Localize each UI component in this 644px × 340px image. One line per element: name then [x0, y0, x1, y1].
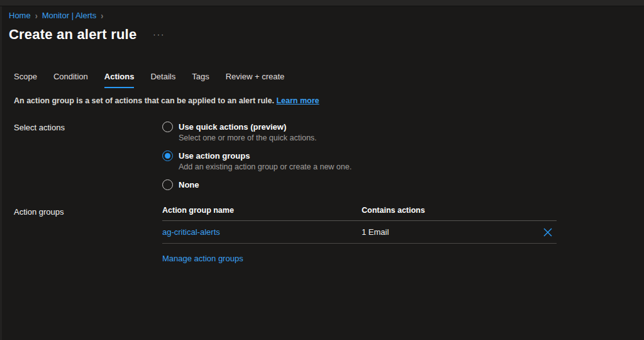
table-header-row: Action group name Contains actions [162, 206, 557, 221]
breadcrumb-home-link[interactable]: Home [9, 11, 31, 20]
action-groups-label: Action groups [14, 206, 162, 264]
create-alert-rule-page: Home › Monitor | Alerts › Create an aler… [0, 6, 644, 264]
select-actions-radio-group: Use quick actions (preview) Select one o… [162, 122, 352, 190]
action-groups-row: Action groups Action group name Contains… [14, 206, 644, 264]
select-actions-label: Select actions [14, 122, 162, 190]
radio-label: None [179, 179, 199, 190]
tab-bar: Scope Condition Actions Details Tags Rev… [14, 72, 644, 88]
breadcrumb-monitor-alerts-link[interactable]: Monitor | Alerts [42, 11, 96, 20]
radio-none[interactable]: None [162, 179, 352, 190]
title-row: Create an alert rule ··· [9, 26, 644, 43]
radio-label: Use quick actions (preview) [179, 122, 317, 132]
tab-scope[interactable]: Scope [14, 72, 37, 88]
table-row: ag-critical-alerts 1 Email [162, 221, 557, 244]
tab-condition[interactable]: Condition [53, 72, 88, 88]
column-header-contains-actions: Contains actions [362, 206, 557, 215]
more-options-icon[interactable]: ··· [153, 31, 165, 38]
window-top-edge [0, 0, 644, 6]
manage-link-row: Manage action groups [162, 252, 557, 264]
radio-use-quick-actions[interactable]: Use quick actions (preview) Select one o… [162, 122, 352, 142]
radio-selected-icon[interactable] [162, 150, 173, 161]
tab-review-create[interactable]: Review + create [226, 72, 285, 88]
action-group-name-link[interactable]: ag-critical-alerts [162, 227, 220, 237]
breadcrumb-chevron-icon: › [35, 10, 38, 20]
breadcrumb-chevron-icon: › [101, 10, 103, 20]
radio-description: Add an existing action group or create a… [179, 162, 352, 171]
select-actions-row: Select actions Use quick actions (previe… [14, 122, 644, 190]
tab-tags[interactable]: Tags [192, 72, 209, 88]
radio-description: Select one or more of the quick actions. [179, 133, 317, 142]
radio-unselected-icon[interactable] [162, 122, 173, 132]
action-groups-table: Action group name Contains actions ag-cr… [162, 206, 557, 264]
remove-action-group-button[interactable] [538, 227, 553, 237]
tab-details[interactable]: Details [150, 72, 175, 88]
page-title: Create an alert rule [9, 26, 136, 43]
manage-action-groups-link[interactable]: Manage action groups [162, 254, 243, 263]
learn-more-link[interactable]: Learn more [276, 96, 319, 105]
radio-unselected-icon[interactable] [162, 179, 173, 190]
info-line: An action group is a set of actions that… [14, 96, 644, 105]
radio-use-action-groups[interactable]: Use action groups Add an existing action… [162, 150, 352, 171]
radio-label: Use action groups [179, 150, 352, 161]
contains-actions-value: 1 Email [362, 227, 538, 237]
tab-actions[interactable]: Actions [104, 72, 135, 88]
info-text: An action group is a set of actions that… [14, 96, 274, 105]
breadcrumb: Home › Monitor | Alerts › [9, 11, 644, 20]
close-x-icon [543, 227, 553, 237]
column-header-action-group-name: Action group name [162, 206, 362, 215]
